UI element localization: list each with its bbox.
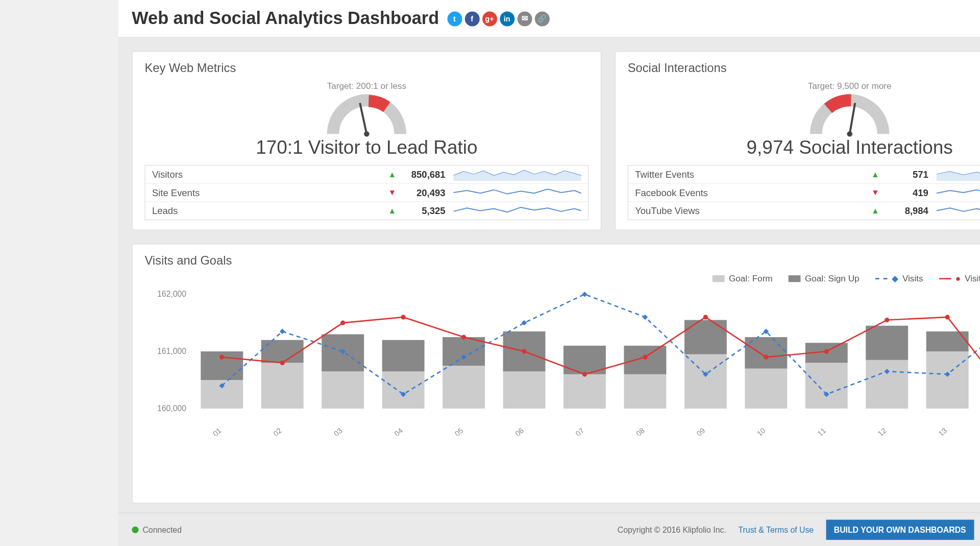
svg-rect-16 (382, 371, 425, 409)
svg-rect-24 (624, 374, 666, 409)
share-icons: t f g+ in ✉ 🔗 (447, 11, 549, 26)
svg-point-49 (885, 318, 889, 322)
svg-rect-34 (926, 351, 969, 409)
legend-signup: Goal: Sign Up (789, 273, 859, 283)
trend-down-icon: ▼ (386, 188, 399, 197)
social-interactions-card: Social Interactions Target: 9,500 or mor… (615, 51, 980, 230)
twitter-icon[interactable]: t (447, 11, 462, 26)
sparkline (453, 204, 581, 217)
svg-point-42 (461, 335, 466, 339)
googleplus-icon[interactable]: g+ (482, 11, 497, 26)
gauge-chart (320, 93, 414, 140)
connected-icon (132, 527, 138, 533)
gauge-label: 9,974 Social Interactions (628, 137, 980, 158)
svg-rect-28 (745, 369, 787, 409)
header: Web and Social Analytics Dashboard t f g… (118, 0, 980, 38)
trend-up-icon: ▲ (386, 170, 399, 179)
key-web-metrics-card: Key Web Metrics Target: 200:1 or less 17… (132, 51, 601, 230)
gauge-chart (802, 93, 897, 140)
svg-text:Jan 11: Jan 11 (805, 426, 828, 436)
svg-text:Jan 04: Jan 04 (382, 426, 404, 436)
metric-name: Leads (152, 205, 386, 216)
email-icon[interactable]: ✉ (517, 11, 532, 26)
svg-rect-17 (382, 340, 425, 372)
metric-row: Twitter Events ▲ 571 (628, 165, 980, 184)
svg-text:161,000: 161,000 (157, 347, 186, 355)
legend-form: Goal: Form (713, 273, 772, 283)
svg-line-2 (850, 103, 855, 134)
svg-line-0 (360, 103, 366, 134)
metrics-table: Twitter Events ▲ 571 Facebook Events ▼ 4… (628, 165, 980, 220)
svg-point-1 (364, 131, 370, 137)
metric-row: Facebook Events ▼ 419 (628, 184, 980, 202)
chart-legend: Goal: Form Goal: Sign Up ◆Visits ●Visits… (144, 273, 980, 283)
copyright: Copyright © 2016 Klipfolio Inc. (618, 525, 726, 534)
svg-text:Jan 07: Jan 07 (564, 426, 586, 436)
sparkline (937, 186, 980, 199)
svg-point-41 (401, 315, 405, 319)
svg-point-3 (847, 131, 852, 137)
svg-text:Jan 03: Jan 03 (322, 426, 344, 436)
metric-name: Facebook Events (635, 187, 869, 198)
svg-text:Jan 13: Jan 13 (926, 426, 948, 436)
svg-rect-13 (261, 340, 304, 363)
svg-text:Jan 09: Jan 09 (684, 426, 707, 436)
svg-rect-33 (866, 326, 908, 360)
metric-value: 8,984 (881, 205, 928, 216)
metric-name: YouTube Views (635, 205, 869, 216)
terms-link[interactable]: Trust & Terms of Use (739, 525, 814, 534)
svg-rect-32 (866, 360, 908, 409)
svg-text:Jan 06: Jan 06 (503, 426, 525, 436)
gauge-target: Target: 9,500 or more (628, 81, 980, 91)
link-icon[interactable]: 🔗 (534, 11, 549, 26)
svg-text:162,000: 162,000 (157, 290, 186, 298)
svg-rect-14 (322, 371, 364, 409)
svg-text:160,000: 160,000 (157, 404, 186, 413)
sparkline (937, 204, 980, 217)
visits-goals-chart: 160,000161,000162,0004%6%8%Jan 01Jan 02J… (144, 288, 980, 436)
linkedin-icon[interactable]: in (500, 11, 514, 26)
trend-down-icon: ▼ (869, 188, 881, 197)
svg-text:Jan 10: Jan 10 (745, 426, 767, 436)
metric-row: YouTube Views ▲ 8,984 (628, 202, 980, 219)
sparkline (937, 168, 980, 181)
svg-point-39 (280, 361, 285, 365)
sparkline (453, 168, 581, 181)
card-title: Social Interactions (628, 61, 980, 76)
metric-row: Visitors ▲ 850,681 (145, 165, 588, 184)
svg-point-48 (824, 349, 829, 353)
svg-point-38 (219, 355, 224, 360)
svg-point-40 (340, 320, 345, 325)
trend-up-icon: ▲ (869, 206, 881, 215)
svg-text:Jan 12: Jan 12 (866, 426, 888, 436)
svg-point-43 (522, 349, 526, 353)
svg-rect-35 (926, 331, 969, 351)
svg-text:Jan 05: Jan 05 (443, 426, 465, 436)
metric-row: Leads ▲ 5,325 (145, 202, 588, 219)
metric-value: 5,325 (398, 205, 445, 216)
svg-rect-26 (684, 354, 727, 409)
svg-point-50 (945, 315, 950, 319)
legend-visits: ◆Visits (875, 273, 923, 283)
metric-name: Twitter Events (635, 169, 869, 180)
svg-rect-12 (261, 363, 304, 408)
svg-text:Jan 08: Jan 08 (624, 426, 646, 436)
metric-name: Visitors (152, 169, 386, 180)
gauge-label: 170:1 Visitor to Lead Ratio (144, 137, 589, 158)
card-title: Key Web Metrics (144, 61, 589, 76)
metric-value: 571 (881, 169, 928, 180)
visits-goals-card: Visits and Goals Goal: Form Goal: Sign U… (132, 244, 980, 504)
svg-rect-25 (624, 346, 666, 374)
svg-point-47 (764, 355, 768, 360)
card-title: Visits and Goals (144, 254, 980, 268)
build-dashboards-button[interactable]: BUILD YOUR OWN DASHBOARDS (826, 519, 974, 540)
trend-up-icon: ▲ (386, 206, 399, 215)
svg-point-46 (703, 315, 708, 319)
metric-row: Site Events ▼ 20,493 (145, 184, 588, 202)
svg-point-44 (582, 372, 587, 376)
metric-value: 419 (881, 187, 928, 198)
trend-up-icon: ▲ (869, 170, 881, 179)
svg-rect-18 (443, 366, 485, 409)
facebook-icon[interactable]: f (464, 11, 479, 26)
svg-rect-19 (443, 337, 485, 366)
